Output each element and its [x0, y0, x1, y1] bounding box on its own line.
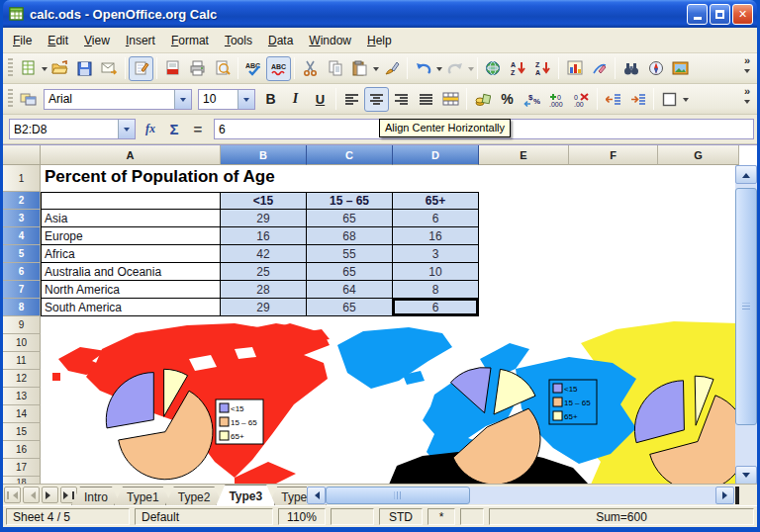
sheet-tab-type1[interactable]: Type1 [114, 487, 172, 505]
previous-sheet-button[interactable] [23, 487, 40, 503]
borders-dropdown-arrow[interactable] [683, 98, 689, 105]
status-insert-mode-panel[interactable] [331, 508, 374, 525]
maximize-button[interactable] [710, 4, 730, 25]
row-header-15[interactable]: 15 [3, 423, 41, 441]
paste-button[interactable] [347, 56, 372, 81]
cell-d4[interactable]: 16 [393, 227, 479, 245]
sort-descending-button[interactable]: Z A [530, 56, 555, 81]
row-header-12[interactable]: 12 [3, 370, 41, 388]
styles-formatting-button[interactable] [16, 87, 41, 112]
cell-b3[interactable]: 29 [221, 210, 307, 227]
menu-format[interactable]: Format [163, 30, 217, 51]
horizontal-scrollbar-thumb[interactable] [326, 487, 470, 504]
borders-button[interactable] [657, 87, 682, 112]
scroll-right-button[interactable] [715, 487, 734, 504]
row-header-3[interactable]: 3 [3, 210, 41, 227]
cell-c4[interactable]: 68 [307, 227, 393, 245]
row-header-10[interactable]: 10 [3, 334, 41, 352]
row-header-11[interactable]: 11 [3, 352, 41, 370]
sheet-tab-type2[interactable]: Type2 [165, 487, 224, 505]
gallery-button[interactable] [668, 56, 693, 81]
row-header-13[interactable]: 13 [3, 388, 41, 405]
first-sheet-button[interactable] [4, 487, 21, 503]
copy-button[interactable] [323, 56, 347, 81]
row-header-7[interactable]: 7 [3, 281, 41, 299]
sum-button[interactable]: Σ [162, 119, 186, 140]
horizontal-scrollbar-track[interactable] [326, 487, 715, 504]
add-decimal-button[interactable]: 0 .000 [544, 87, 569, 112]
cell-a6[interactable]: Australia and Oceania [41, 263, 221, 281]
status-sum-panel[interactable]: Sum=600 [489, 508, 754, 525]
sheet-tab-type3[interactable]: Type3 [216, 485, 275, 505]
redo-dropdown-arrow[interactable] [468, 67, 474, 74]
cell-c7[interactable]: 64 [307, 281, 393, 299]
cell-d6[interactable]: 10 [393, 263, 479, 281]
draw-functions-button[interactable] [587, 56, 612, 81]
font-size-combo[interactable]: 10 [198, 89, 255, 110]
toolbar-overflow-button[interactable]: » [739, 55, 755, 82]
cell-c2[interactable]: 15 – 65 [307, 192, 393, 210]
find-replace-button[interactable] [618, 56, 643, 81]
italic-button[interactable]: I [283, 87, 308, 112]
select-all-corner[interactable] [3, 145, 41, 165]
redo-button[interactable] [442, 56, 467, 81]
merge-cells-button[interactable] [438, 87, 463, 112]
vertical-scrollbar-thumb[interactable] [735, 188, 757, 425]
column-header-e[interactable]: E [479, 145, 569, 165]
scroll-down-button[interactable] [735, 466, 757, 484]
cell-a3[interactable]: Asia [41, 210, 221, 227]
row-header-16[interactable]: 16 [3, 441, 41, 459]
percent-format-button[interactable]: % [495, 87, 520, 112]
insert-chart-button[interactable] [562, 56, 587, 81]
sheet-tab-intro[interactable]: Intro [71, 487, 121, 505]
toolbar-grip[interactable] [8, 58, 13, 78]
standard-format-button[interactable]: $ % [520, 87, 544, 112]
vertical-split-handle[interactable] [735, 144, 757, 145]
navigator-button[interactable] [643, 56, 668, 81]
currency-format-button[interactable] [470, 87, 495, 112]
row-header-1[interactable]: 1 [3, 165, 41, 192]
cell-b8[interactable]: 29 [221, 299, 307, 316]
menu-tools[interactable]: Tools [217, 30, 260, 51]
cut-button[interactable] [298, 56, 323, 81]
cell-c8[interactable]: 65 [307, 299, 393, 316]
menu-edit[interactable]: Edit [40, 30, 76, 51]
cell-b4[interactable]: 16 [221, 227, 307, 245]
column-header-f[interactable]: F [569, 145, 658, 165]
column-header-b[interactable]: B [221, 145, 307, 165]
name-box[interactable]: B2:D8 [9, 119, 136, 139]
row-header-8[interactable]: 8 [3, 299, 41, 316]
new-document-button[interactable] [16, 56, 41, 81]
cell-a4[interactable]: Europe [41, 227, 221, 245]
hyperlink-button[interactable] [481, 56, 506, 81]
row-header-18[interactable]: 18 [3, 477, 41, 484]
row-header-2[interactable]: 2 [3, 192, 41, 210]
sheet-title-cell-a1[interactable]: Percent of Population of Age [45, 167, 275, 187]
decrease-indent-button[interactable] [601, 87, 625, 112]
row-header-9[interactable]: 9 [3, 316, 41, 334]
align-center-button[interactable] [364, 87, 389, 112]
edit-file-button[interactable] [129, 56, 153, 81]
minimize-button[interactable] [687, 4, 708, 25]
underline-button[interactable]: U [308, 87, 332, 112]
page-preview-button[interactable] [210, 56, 235, 81]
open-button[interactable] [48, 56, 72, 81]
horizontal-scrollbar[interactable] [307, 487, 734, 504]
align-left-button[interactable] [339, 87, 364, 112]
cell-a7[interactable]: North America [41, 281, 221, 299]
sort-ascending-button[interactable]: A Z [506, 56, 530, 81]
title-bar[interactable]: calc.ods - OpenOffice.org Calc ✕ [3, 0, 757, 28]
bold-button[interactable]: B [258, 87, 283, 112]
cell-b2[interactable]: <15 [221, 192, 307, 210]
toolbar-grip[interactable] [8, 89, 13, 109]
menu-help[interactable]: Help [359, 30, 400, 51]
save-button[interactable] [72, 56, 97, 81]
menu-file[interactable]: File [5, 30, 40, 51]
status-zoom-panel[interactable]: 110% [278, 508, 326, 525]
cell-c6[interactable]: 65 [307, 263, 393, 281]
export-pdf-button[interactable] [160, 56, 185, 81]
menu-insert[interactable]: Insert [118, 30, 163, 51]
menu-view[interactable]: View [76, 30, 118, 51]
print-button[interactable] [185, 56, 210, 81]
scroll-up-button[interactable] [735, 165, 757, 184]
